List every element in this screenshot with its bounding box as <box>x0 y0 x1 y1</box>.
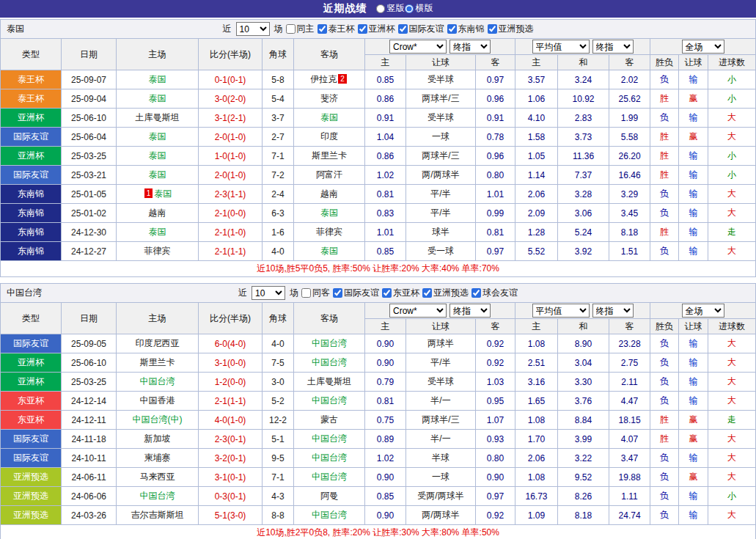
handicap-line: 受一球 <box>406 242 476 261</box>
corner-score: 7-1 <box>263 147 294 166</box>
away-odds: 0.91 <box>476 109 515 128</box>
home-team: 中国台湾(中) <box>117 411 199 430</box>
competition-filter[interactable]: 泰王杯 <box>318 23 355 35</box>
competition-label: 亚洲预选 <box>499 23 534 35</box>
away-odds: 0.97 <box>476 242 515 261</box>
home-odds: 0.86 <box>365 147 406 166</box>
corner-score: 7-1 <box>263 468 294 487</box>
competition-checkbox[interactable] <box>358 24 367 34</box>
avg-draw-odds: 2.83 <box>558 109 609 128</box>
corner-score: 3-0 <box>263 373 294 392</box>
avg-away-odds: 3.29 <box>609 185 650 204</box>
layout-radio-input[interactable] <box>376 4 385 13</box>
same-venue-checkbox[interactable] <box>286 24 296 34</box>
home-team: 泰国 <box>117 166 199 185</box>
away-odds: 1.01 <box>476 185 515 204</box>
avg-home-odds: 2.06 <box>515 185 558 204</box>
competition-badge: 亚洲预选 <box>1 468 62 487</box>
competition-checkbox[interactable] <box>398 24 408 34</box>
competition-checkbox[interactable] <box>318 24 327 34</box>
match-row: 东南锦 25-01-05 1泰国 2-3(1-1) 2-4 越南 0.81 平/… <box>1 185 756 204</box>
games-count-select[interactable]: 10 <box>236 22 270 36</box>
layout-radio-vertical[interactable]: 竖版 <box>376 2 405 15</box>
competition-filter[interactable]: 东南锦 <box>447 23 485 35</box>
handicap-line: 球半 <box>406 223 476 242</box>
same-venue-filter[interactable]: 同主 <box>286 23 315 35</box>
home-odds: 0.90 <box>365 353 406 373</box>
match-score: 3-1(0-1) <box>199 468 263 487</box>
same-venue-filter[interactable]: 同客 <box>301 287 330 299</box>
match-score: 6-0(4-0) <box>199 334 263 353</box>
avg-time-select[interactable]: 终指 <box>592 304 634 318</box>
match-date: 24-12-14 <box>62 392 117 411</box>
same-venue-label: 同客 <box>312 287 330 299</box>
result-outcome: 胜 <box>650 147 679 166</box>
competition-filter[interactable]: 亚洲预选 <box>488 23 534 35</box>
odds-time-select[interactable]: 终指 <box>449 304 491 318</box>
sections-container: 泰国 近 10 场 同主 泰王杯亚洲杯国际友谊东南锦亚洲预选 类型日期主场比分(… <box>0 19 756 539</box>
result-outcome: 负 <box>650 449 679 468</box>
competition-badge: 东亚杯 <box>1 411 62 430</box>
away-team: 中国台湾 <box>294 392 365 411</box>
competition-checkbox[interactable] <box>488 24 497 34</box>
match-date: 25-06-10 <box>62 109 117 128</box>
handicap-line: 两球半 <box>406 334 476 353</box>
competition-checkbox[interactable] <box>333 288 342 298</box>
away-team: 中国台湾 <box>294 334 365 353</box>
column-header: 日期 <box>62 39 117 70</box>
avg-away-odds: 2.02 <box>609 70 650 89</box>
sub-column-header: 主 <box>515 319 558 334</box>
same-venue-checkbox[interactable] <box>301 288 311 298</box>
corner-score: 8-8 <box>263 506 294 525</box>
match-row: 国际友谊 24-11-18 新加坡 2-3(0-1) 5-1 中国台湾 0.89… <box>1 430 756 449</box>
competition-filter[interactable]: 国际友谊 <box>398 23 444 35</box>
near-label: 近 <box>238 287 247 299</box>
competition-checkbox[interactable] <box>471 288 481 298</box>
competition-filter[interactable]: 亚洲杯 <box>358 23 395 35</box>
avg-home-odds: 1.09 <box>515 506 558 525</box>
match-score: 2-3(1-1) <box>199 185 263 204</box>
avg-source-select[interactable]: 平均值 <box>532 40 590 54</box>
avg-home-odds: 1.14 <box>515 166 558 185</box>
odds-source-select[interactable]: Crow* <box>389 304 447 318</box>
games-count-select[interactable]: 10 <box>252 286 285 300</box>
competition-checkbox[interactable] <box>422 288 432 298</box>
competition-checkbox[interactable] <box>382 288 392 298</box>
sub-column-header: 主 <box>365 55 406 70</box>
same-venue-label: 同主 <box>297 23 315 35</box>
layout-radio-input[interactable] <box>405 4 414 13</box>
team-name: 泰国 <box>7 23 24 35</box>
competition-label: 国际友谊 <box>409 23 444 35</box>
competition-filter[interactable]: 国际友谊 <box>333 287 379 299</box>
match-row: 泰王杯 25-09-07 泰国 0-1(0-1) 5-8 伊拉克2 0.85 受… <box>1 70 756 89</box>
result-outcome: 负 <box>650 185 679 204</box>
competition-filter[interactable]: 东亚杯 <box>382 287 419 299</box>
competition-badge: 东亚杯 <box>1 392 62 411</box>
result-outcome: 胜 <box>650 89 679 109</box>
result-outcome: 负 <box>650 392 679 411</box>
avg-away-odds: 19.88 <box>609 468 650 487</box>
result-goals: 大 <box>708 449 756 468</box>
avg-home-odds: 1.06 <box>515 89 558 109</box>
result-scope-select[interactable]: 全场 <box>682 40 724 54</box>
avg-time-select[interactable]: 终指 <box>592 40 634 54</box>
page-title: 近期战绩 <box>323 2 367 15</box>
odds-source-select[interactable]: Crow* <box>389 40 447 54</box>
match-row: 国际友谊 25-09-05 印度尼西亚 6-0(4-0) 4-0 中国台湾 0.… <box>1 334 756 353</box>
column-header: 角球 <box>263 39 294 70</box>
avg-odds-header: 平均值终指 <box>515 39 650 55</box>
avg-draw-odds: 8.90 <box>558 334 609 353</box>
competition-filter[interactable]: 亚洲预选 <box>422 287 469 299</box>
result-scope-select[interactable]: 全场 <box>682 304 724 318</box>
result-goals: 大 <box>708 128 756 147</box>
near-label: 近 <box>223 23 232 35</box>
result-goals: 大 <box>708 204 756 223</box>
handicap-line: 两/两球半 <box>406 166 476 185</box>
competition-checkbox[interactable] <box>447 24 457 34</box>
handicap-line: 两球半/三 <box>406 147 476 166</box>
avg-source-select[interactable]: 平均值 <box>532 304 590 318</box>
layout-radio-horizontal[interactable]: 横版 <box>405 2 433 15</box>
odds-time-select[interactable]: 终指 <box>449 40 491 54</box>
competition-filter[interactable]: 球会友谊 <box>471 287 518 299</box>
away-team: 印度 <box>294 128 365 147</box>
